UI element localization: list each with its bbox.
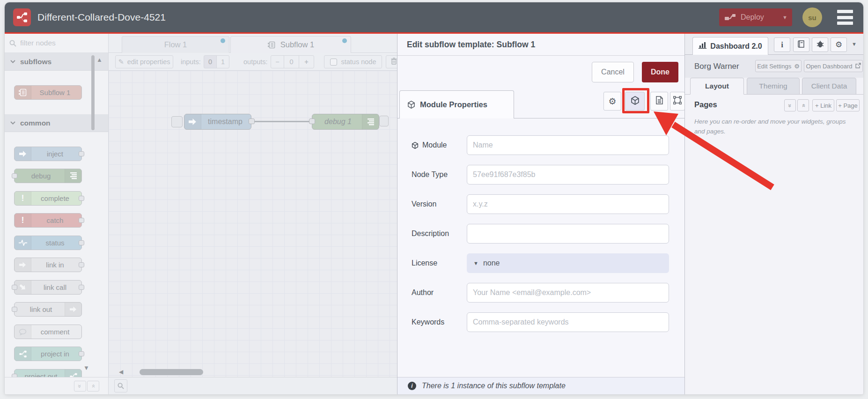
- pencil-icon: ✎: [118, 58, 124, 66]
- link-in-icon: [15, 258, 31, 272]
- add-link-button[interactable]: + Link: [812, 99, 834, 111]
- outputs-minus-button[interactable]: −: [271, 55, 284, 68]
- author-label: Author: [412, 283, 434, 303]
- workspace-tabbar: Flow 1 Subflow 1: [109, 34, 397, 53]
- deploy-label: Deploy: [741, 13, 764, 22]
- user-avatar[interactable]: su: [802, 7, 822, 27]
- scroll-left-icon[interactable]: ◀: [119, 369, 123, 375]
- chevron-down-icon: [10, 60, 15, 63]
- palette-node-subflow-1[interactable]: Subflow 1: [14, 85, 82, 100]
- horizontal-scrollbar[interactable]: [140, 369, 203, 375]
- tab-dashboard-2[interactable]: Dashboard 2.0: [692, 37, 768, 55]
- palette-search[interactable]: filter nodes: [5, 34, 108, 53]
- flow-canvas[interactable]: timestamp debug 1 ◀: [109, 71, 397, 377]
- canvas-node-timestamp[interactable]: timestamp: [184, 114, 251, 130]
- move-down-button[interactable]: »: [797, 99, 809, 111]
- palette-scrollbar[interactable]: [91, 55, 95, 130]
- palette-node-complete[interactable]: ! complete: [14, 191, 82, 206]
- outputs-value: 0: [284, 55, 299, 68]
- palette-node-debug[interactable]: debug: [14, 169, 82, 183]
- tab-theming[interactable]: Theming: [747, 78, 800, 95]
- debug-toggle-button[interactable]: [379, 116, 389, 126]
- palette-node-link-call[interactable]: link call: [14, 280, 82, 295]
- help-tab-button[interactable]: [793, 37, 809, 52]
- output-port[interactable]: [249, 118, 255, 124]
- status-node-checkbox[interactable]: [330, 59, 337, 66]
- cube-icon: [407, 101, 415, 109]
- tab-client-data[interactable]: Client Data: [802, 78, 856, 95]
- tab-module-properties[interactable]: Module Properties: [399, 90, 514, 118]
- outputs-plus-button[interactable]: +: [299, 55, 314, 68]
- palette-node-link-out[interactable]: link out: [14, 302, 82, 317]
- form-row-version: Version: [397, 194, 684, 214]
- palette-collapse-all-button[interactable]: »: [74, 381, 86, 392]
- inputs-1-button[interactable]: 1: [216, 55, 229, 68]
- canvas-node-debug-1[interactable]: debug 1: [312, 114, 379, 130]
- tab-flow-1[interactable]: Flow 1: [122, 36, 229, 53]
- palette-scroll-up-icon[interactable]: ▲: [96, 56, 103, 63]
- form-row-author: Author: [397, 283, 684, 303]
- output-port: [79, 196, 84, 201]
- input-port: [12, 307, 17, 312]
- done-button[interactable]: Done: [642, 62, 678, 82]
- node-red-logo-icon: [13, 8, 31, 26]
- document-icon: [656, 96, 663, 106]
- wire: [251, 121, 313, 122]
- edit-properties-button[interactable]: ✎ edit properties: [115, 55, 173, 68]
- license-select[interactable]: ▼ none: [467, 253, 669, 273]
- description-label: Description: [412, 224, 449, 244]
- debug-tab-button[interactable]: [812, 37, 828, 52]
- palette-node-project-in[interactable]: project in: [14, 347, 82, 361]
- add-page-button[interactable]: + Page: [836, 99, 860, 111]
- delete-subflow-button[interactable]: [386, 55, 397, 68]
- palette-node-link-in[interactable]: link in: [14, 258, 82, 272]
- unsaved-changes-dot: [342, 38, 347, 43]
- cancel-button[interactable]: Cancel: [592, 62, 634, 82]
- sidebar-menu-caret-icon[interactable]: ▼: [852, 41, 857, 47]
- book-icon: [798, 40, 805, 50]
- keywords-input[interactable]: [467, 312, 669, 332]
- palette-node-catch[interactable]: ! catch: [14, 213, 82, 228]
- description-tab-button[interactable]: [650, 92, 668, 111]
- instance-count-text: There is 1 instance of this subflow temp…: [422, 382, 566, 390]
- info-tab-button[interactable]: i: [774, 37, 790, 52]
- open-dashboard-button[interactable]: Open Dashboard: [804, 60, 863, 72]
- canvas-zoom-search-button[interactable]: [114, 379, 127, 392]
- dashboard-instance-name: Borg Warner: [694, 55, 739, 78]
- palette-node-inject[interactable]: inject: [14, 147, 82, 161]
- double-chevron-up-icon: »: [76, 384, 83, 388]
- palette-expand-all-button[interactable]: »: [87, 381, 99, 392]
- dashboard-subtabs: Layout Theming Client Data: [685, 78, 863, 95]
- module-label: Module: [412, 135, 447, 155]
- palette-node-comment[interactable]: comment: [14, 325, 82, 339]
- inject-icon: [184, 114, 201, 129]
- description-input[interactable]: [467, 224, 669, 244]
- main-menu-button[interactable]: [837, 10, 853, 25]
- status-node-toggle[interactable]: status node: [324, 55, 382, 68]
- catch-icon: !: [15, 214, 31, 227]
- inputs-0-button[interactable]: 0: [204, 55, 217, 68]
- output-port: [79, 151, 84, 156]
- inject-trigger-button[interactable]: [171, 116, 183, 127]
- move-up-button[interactable]: »: [784, 99, 796, 111]
- version-input[interactable]: [467, 194, 669, 214]
- module-input[interactable]: [467, 135, 669, 155]
- config-nodes-tab-button[interactable]: ⚙: [831, 37, 847, 52]
- form-row-license: License ▼ none: [397, 253, 684, 273]
- edit-subflow-dialog: Edit subflow template: Subflow 1 Cancel …: [397, 34, 684, 394]
- appearance-tab-button[interactable]: [670, 92, 685, 111]
- palette-scroll-down-icon[interactable]: ▼: [83, 364, 89, 371]
- edit-properties-tab-button[interactable]: ⚙: [603, 92, 621, 111]
- input-port: [12, 285, 17, 290]
- deploy-caret-icon[interactable]: ▼: [782, 15, 787, 20]
- input-port[interactable]: [309, 118, 315, 124]
- workspace-title: Different-Collared-Dove-4521: [37, 2, 166, 32]
- tab-layout[interactable]: Layout: [690, 78, 744, 95]
- module-properties-tab-button[interactable]: [625, 92, 645, 111]
- tab-subflow-1[interactable]: Subflow 1: [230, 36, 351, 53]
- deploy-button[interactable]: Deploy ▼: [719, 8, 792, 26]
- node-type-input[interactable]: [467, 165, 669, 185]
- palette-node-status[interactable]: status: [14, 236, 82, 250]
- author-input[interactable]: [467, 283, 669, 303]
- edit-settings-button[interactable]: Edit Settings ⚙: [755, 60, 802, 72]
